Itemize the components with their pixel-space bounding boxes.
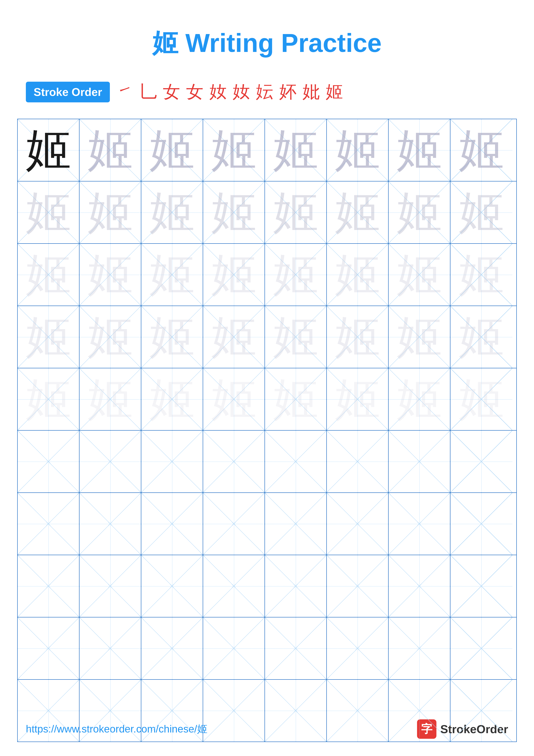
character-guide: 姬: [149, 314, 195, 360]
character-guide: 姬: [88, 127, 133, 173]
grid-cell: [389, 617, 450, 679]
grid-cell: 姬: [141, 368, 203, 430]
character-guide: 姬: [397, 252, 442, 297]
character-guide: 姬: [211, 252, 257, 297]
character-guide: 姬: [26, 190, 71, 235]
character-guide: 姬: [26, 252, 71, 297]
grid-cell: 姬: [18, 244, 80, 306]
grid-cell: 姬: [450, 181, 512, 243]
grid-cell: [450, 617, 512, 679]
grid-cell: [18, 431, 80, 493]
grid-cell: [203, 493, 265, 555]
grid-cell: 姬: [141, 244, 203, 306]
grid-cell: [389, 680, 450, 742]
character-guide: 姬: [88, 377, 133, 422]
grid-cell: [389, 431, 450, 493]
grid-cell: [18, 555, 80, 617]
character-guide: 姬: [335, 377, 380, 422]
grid-cell: 姬: [265, 119, 327, 181]
grid-cell: [450, 680, 512, 742]
character-guide: 姬: [273, 252, 318, 297]
grid-cell: 姬: [265, 244, 327, 306]
character-guide: 姬: [149, 127, 195, 173]
grid-cell: [80, 680, 141, 742]
grid-cell: [327, 493, 389, 555]
stroke-step-7: 妘: [256, 80, 273, 104]
grid-cell: 姬: [141, 119, 203, 181]
grid-cell: 姬: [18, 119, 80, 181]
grid-cell: 姬: [389, 119, 450, 181]
grid-cell: [80, 555, 141, 617]
grid-cell: 姬: [450, 244, 512, 306]
character-guide: 姬: [335, 252, 380, 297]
character-guide: 姬: [459, 377, 504, 422]
grid-cell: 姬: [80, 244, 141, 306]
grid-row: 姬 姬 姬 姬 姬 姬 姬 姬: [18, 368, 516, 431]
character-guide: 姬: [335, 190, 380, 235]
grid-cell: [265, 617, 327, 679]
grid-cell: [141, 680, 203, 742]
character-guide: 姬: [273, 314, 318, 360]
grid-cell: 姬: [327, 119, 389, 181]
grid-cell: [450, 431, 512, 493]
grid-cell: [450, 493, 512, 555]
grid-cell: 姬: [450, 306, 512, 368]
stroke-order-badge: Stroke Order: [26, 82, 110, 102]
character-guide: 姬: [211, 314, 257, 360]
grid-cell: [80, 617, 141, 679]
character-guide: 姬: [335, 314, 380, 360]
character-guide: 姬: [211, 127, 257, 173]
grid-row: [18, 555, 516, 617]
character-guide: 姬: [149, 252, 195, 297]
grid-row: 姬 姬 姬 姬 姬 姬 姬 姬: [18, 181, 516, 244]
grid-cell: [389, 493, 450, 555]
grid-cell: 姬: [389, 368, 450, 430]
grid-cell: [265, 431, 327, 493]
stroke-step-4: 女: [186, 80, 203, 104]
grid-cell: [265, 555, 327, 617]
grid-cell: [265, 493, 327, 555]
grid-cell: 姬: [203, 119, 265, 181]
grid-cell: 姬: [80, 368, 141, 430]
grid-cell: 姬: [389, 306, 450, 368]
character-dark: 姬: [26, 127, 71, 173]
grid-cell: [327, 555, 389, 617]
grid-cell: 姬: [265, 181, 327, 243]
grid-cell: [18, 617, 80, 679]
grid-cell: 姬: [450, 368, 512, 430]
grid-cell: [18, 680, 80, 742]
character-guide: 姬: [397, 314, 442, 360]
stroke-step-1: ㇀: [116, 80, 134, 104]
page-title: 姬 Writing Practice: [0, 0, 534, 74]
grid-cell: 姬: [203, 244, 265, 306]
character-guide: 姬: [397, 190, 442, 235]
stroke-order-section: Stroke Order ㇀ 乚 女 女 奻 奻 妘 妚 妣 姬: [0, 74, 534, 112]
grid-cell: [203, 431, 265, 493]
grid-cell: [141, 555, 203, 617]
grid-cell: 姬: [141, 181, 203, 243]
grid-cell: [141, 617, 203, 679]
grid-cell: 姬: [18, 368, 80, 430]
grid-cell: [80, 431, 141, 493]
stroke-step-9: 妣: [302, 80, 320, 104]
stroke-step-8: 妚: [279, 80, 296, 104]
character-guide: 姬: [273, 190, 318, 235]
character-guide: 姬: [273, 127, 318, 173]
grid-cell: 姬: [203, 306, 265, 368]
character-guide: 姬: [273, 377, 318, 422]
grid-row: [18, 431, 516, 493]
character-guide: 姬: [26, 377, 71, 422]
grid-cell: 姬: [18, 306, 80, 368]
grid-cell: [203, 680, 265, 742]
grid-cell: [389, 555, 450, 617]
grid-cell: 姬: [265, 368, 327, 430]
grid-row: [18, 680, 516, 742]
grid-row: [18, 617, 516, 680]
grid-cell: 姬: [327, 368, 389, 430]
grid-cell: 姬: [80, 119, 141, 181]
character-guide: 姬: [26, 314, 71, 360]
character-guide: 姬: [149, 190, 195, 235]
grid-cell: [327, 680, 389, 742]
grid-cell: [18, 493, 80, 555]
grid-cell: 姬: [18, 181, 80, 243]
